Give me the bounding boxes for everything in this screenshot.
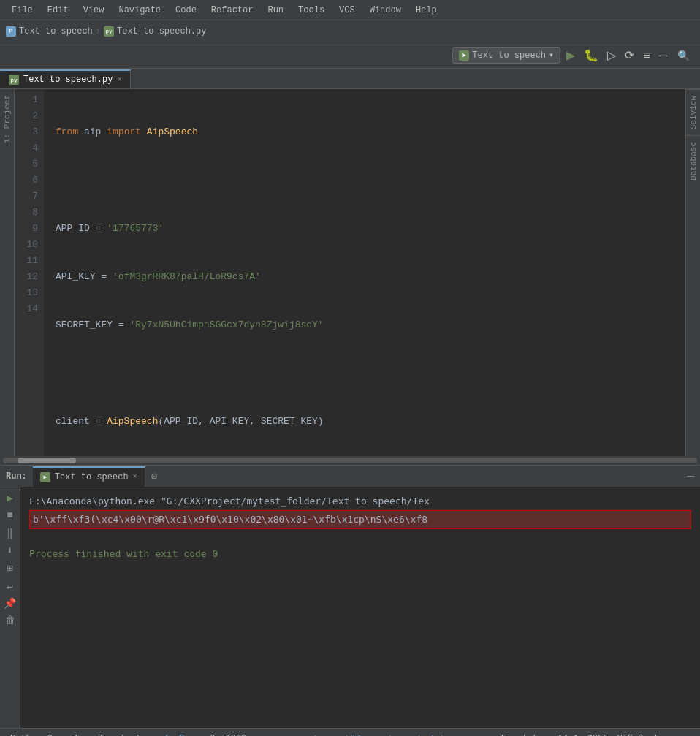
spaces-label[interactable]: 4 spaces xyxy=(652,734,694,737)
breadcrumb: P Text to speech › py Text to speech.py xyxy=(6,26,694,37)
crlf-label[interactable]: CRLF xyxy=(587,734,609,737)
expand-all-button[interactable]: ⊞ xyxy=(3,561,18,575)
menu-navigate[interactable]: Navigate xyxy=(113,4,167,17)
line-num-8: 8 xyxy=(15,205,38,221)
menu-help[interactable]: Help xyxy=(410,4,443,17)
run-tab-active[interactable]: ▶ Text to speech × xyxy=(33,466,145,487)
scrollbar-track xyxy=(3,458,697,463)
line-num-4: 4 xyxy=(15,140,38,156)
bottom-panel: Run: ▶ Text to speech × ⚙ — ▶ ■ ‖ ⬇ ⊞ ↵ … xyxy=(0,465,700,728)
menu-tools[interactable]: Tools xyxy=(292,4,330,17)
pin-button[interactable]: 📌 xyxy=(3,596,18,610)
profile-button[interactable]: ⟳ xyxy=(622,47,637,64)
code-line-3: APP_ID = '17765773' xyxy=(56,221,685,237)
line-num-5: 5 xyxy=(15,156,38,172)
run-tab-label: Text to speech xyxy=(55,472,129,482)
run-tab-icon: ▶ xyxy=(40,472,50,482)
run-config-icon: ▶ xyxy=(459,50,469,61)
event-log-label[interactable]: Event Log xyxy=(501,734,549,737)
horizontal-scrollbar[interactable] xyxy=(0,456,700,465)
output-line-1: F:\Anaconda\python.exe "G:/CXXProject/my… xyxy=(29,493,691,509)
menu-edit[interactable]: Edit xyxy=(42,4,75,17)
project-name: Text to speech xyxy=(19,26,93,37)
settings-icon[interactable]: ⚙ xyxy=(151,470,157,482)
code-editor[interactable]: from aip import AipSpeech APP_ID = '1776… xyxy=(44,89,685,456)
line-num-3: 3 xyxy=(15,124,38,140)
pause-button[interactable]: ‖ xyxy=(3,526,18,540)
run-tab-close[interactable]: × xyxy=(133,473,137,481)
line-num-2: 2 xyxy=(15,108,38,124)
run-label: Run: xyxy=(6,471,27,482)
rerun-button[interactable]: ▶ xyxy=(3,490,18,505)
line-num-11: 11 xyxy=(15,253,38,269)
menu-refactor[interactable]: Refactor xyxy=(205,4,259,17)
clear-button[interactable]: 🗑 xyxy=(3,613,18,628)
stop-button[interactable]: ■ xyxy=(3,508,18,523)
status-left: Python Console Terminal ▶ 4: Run 6: TODO xyxy=(6,732,305,736)
dropdown-arrow-icon: ▾ xyxy=(549,50,554,61)
terminal-label: Terminal xyxy=(99,734,141,737)
py-file-icon: py xyxy=(9,75,19,85)
python-console-tab[interactable]: Python Console xyxy=(6,732,88,737)
breadcrumb-file: Text to speech.py xyxy=(117,26,206,37)
run-status-tab[interactable]: ▶ 4: Run xyxy=(151,732,199,736)
left-project-panel: 1: Project xyxy=(0,89,15,456)
project-panel-tab[interactable]: 1: Project xyxy=(0,89,14,149)
menu-run[interactable]: Run xyxy=(262,4,289,17)
editor-tab-bar: py Text to speech.py × xyxy=(0,69,700,89)
line-num-6: 6 xyxy=(15,172,38,189)
menu-code[interactable]: Code xyxy=(170,4,202,17)
file-icon: py xyxy=(104,26,114,37)
more-button[interactable]: ≡ xyxy=(640,48,653,64)
terminal-tab[interactable]: Terminal xyxy=(94,732,145,737)
todo-tab[interactable]: 6: TODO xyxy=(205,732,251,737)
main-layout: 1: Project 1 2 3 4 5 6 7 8 9 10 11 12 13… xyxy=(0,89,700,456)
python-console-label: Python Console xyxy=(10,734,84,737)
right-panel: SciView Database xyxy=(685,89,700,456)
project-icon: P xyxy=(6,26,16,37)
search-button[interactable]: 🔍 xyxy=(673,48,694,63)
code-line-4: API_KEY = 'ofM3grRRK87palH7LoR9cs7A' xyxy=(56,269,685,285)
sciview-tab[interactable]: SciView xyxy=(686,89,700,135)
toolbar: ▶ Text to speech ▾ ▶ 🐛 ▷ ⟳ ≡ ─ 🔍 xyxy=(0,42,700,69)
menu-vcs[interactable]: VCS xyxy=(333,4,361,17)
close-panel-button[interactable]: — xyxy=(687,470,694,483)
line-numbers: 1 2 3 4 5 6 7 8 9 10 11 12 13 14 xyxy=(15,89,44,456)
code-line-2 xyxy=(56,172,685,189)
coverage-button[interactable]: ▷ xyxy=(604,47,619,64)
run-button[interactable]: ▶ xyxy=(563,47,578,64)
code-line-7: client = AipSpeech(APP_ID, API_KEY, SECR… xyxy=(56,414,685,430)
run-status-label: 4: Run xyxy=(164,734,195,737)
scrollbar-thumb[interactable] xyxy=(18,458,76,463)
todo-label: 6: TODO xyxy=(210,734,246,737)
output-line-2-highlighted: b'\xff\xf3(\xc4\x00\r@R\xc1\x9f0\x10\x02… xyxy=(29,510,691,529)
line-num-7: 7 xyxy=(15,189,38,205)
output-line-3 xyxy=(29,530,691,546)
code-line-5: SECRET_KEY = 'Ry7xN5UhC1mpnSGGcx7dyn8Zjw… xyxy=(56,317,685,333)
menu-file[interactable]: File xyxy=(6,4,39,17)
soft-wrap-button[interactable]: ↵ xyxy=(3,578,18,593)
line-num-12: 12 xyxy=(15,269,38,285)
menu-view[interactable]: View xyxy=(77,4,110,17)
editor-area: 1 2 3 4 5 6 7 8 9 10 11 12 13 14 from ai… xyxy=(15,89,685,456)
breadcrumb-bar: P Text to speech › py Text to speech.py xyxy=(0,20,700,42)
run-config-selector[interactable]: ▶ Text to speech ▾ xyxy=(452,47,560,64)
output-line-exit: Process finished with exit code 0 xyxy=(29,548,218,559)
editor-tab-label: Text to speech.py xyxy=(23,75,113,85)
encoding-label[interactable]: UTF-8 xyxy=(617,734,643,737)
editor-tab-close[interactable]: × xyxy=(117,76,121,84)
line-num-13: 13 xyxy=(15,285,38,301)
status-bar: Python Console Terminal ▶ 4: Run 6: TODO… xyxy=(0,728,700,736)
run-status-icon: ▶ xyxy=(155,733,160,736)
line-num-9: 9 xyxy=(15,221,38,237)
menu-window[interactable]: Window xyxy=(364,4,407,17)
run-output: F:\Anaconda\python.exe "G:/CXXProject/my… xyxy=(20,487,700,728)
editor-tab-file[interactable]: py Text to speech.py × xyxy=(0,69,131,88)
code-line-6 xyxy=(56,365,685,382)
line-num-1: 1 xyxy=(15,92,38,108)
debug-button[interactable]: 🐛 xyxy=(581,47,601,64)
scroll-to-end-button[interactable]: ⬇ xyxy=(3,543,18,558)
minimize-button[interactable]: ─ xyxy=(656,48,670,64)
run-content: ▶ ■ ‖ ⬇ ⊞ ↵ 📌 🗑 F:\Anaconda\python.exe "… xyxy=(0,487,700,728)
database-tab[interactable]: Database xyxy=(686,135,700,186)
